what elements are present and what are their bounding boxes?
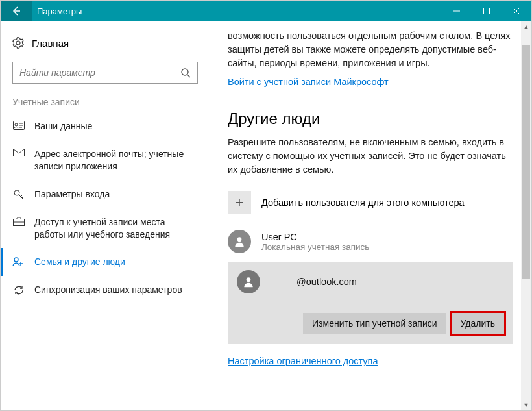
- user-type: Локальная учетная запись: [261, 242, 369, 252]
- user-name: User PC: [261, 232, 369, 242]
- user-name: @outlook.com: [296, 277, 357, 287]
- search-box[interactable]: [12, 62, 198, 84]
- svg-point-5: [14, 190, 19, 195]
- main-panel: возможность пользоваться отдельным рабоч…: [210, 21, 531, 410]
- sidebar-section-label: Учетные записи: [1, 84, 210, 112]
- close-button[interactable]: [502, 1, 531, 21]
- svg-point-1: [182, 69, 188, 75]
- briefcase-icon: [13, 217, 25, 226]
- scrollbar[interactable]: ▲ ▼: [521, 21, 531, 410]
- sidebar-item-signin-options[interactable]: Параметры входа: [1, 181, 210, 208]
- sidebar-item-your-info[interactable]: Ваши данные: [1, 112, 210, 140]
- svg-rect-0: [484, 8, 490, 14]
- back-button[interactable]: [1, 1, 32, 21]
- restricted-access-link[interactable]: Настройка ограниченного доступа: [228, 356, 378, 366]
- search-input[interactable]: [19, 68, 180, 78]
- maximize-icon: [483, 8, 490, 14]
- sidebar-item-email[interactable]: Адрес электронной почты; учетные записи …: [1, 140, 210, 181]
- delete-button[interactable]: Удалить: [452, 313, 504, 334]
- sidebar-item-work-access[interactable]: Доступ к учетной записи места работы или…: [1, 208, 210, 249]
- sidebar-item-sync[interactable]: Синхронизация ваших параметров: [1, 276, 210, 304]
- svg-point-8: [237, 237, 242, 242]
- svg-point-9: [247, 277, 251, 282]
- sidebar-item-family[interactable]: Семья и другие люди: [1, 248, 210, 276]
- key-icon: [13, 189, 25, 201]
- scroll-down-icon[interactable]: ▼: [521, 400, 531, 410]
- user-row[interactable]: @outlook.com: [237, 270, 504, 313]
- section-desc: Разрешите пользователям, не включенным в…: [228, 136, 513, 177]
- sidebar-item-label: Параметры входа: [34, 188, 110, 201]
- people-icon: [12, 256, 25, 267]
- close-icon: [513, 8, 520, 14]
- selected-user-block: @outlook.com Изменить тип учетной записи…: [228, 262, 513, 344]
- minimize-icon: [453, 8, 460, 14]
- gear-icon: [12, 37, 24, 49]
- avatar-icon: [228, 230, 251, 253]
- avatar-icon: [237, 270, 260, 293]
- window-title: Параметры: [32, 6, 442, 16]
- svg-point-7: [14, 258, 18, 262]
- mail-icon: [13, 149, 25, 156]
- plus-icon: +: [228, 191, 251, 214]
- home-nav[interactable]: Главная: [1, 33, 210, 58]
- add-user-label: Добавить пользователя для этого компьюте…: [261, 197, 465, 208]
- scroll-thumb[interactable]: [522, 45, 530, 279]
- home-label: Главная: [32, 38, 69, 49]
- sidebar-item-label: Семья и другие люди: [34, 256, 125, 268]
- maximize-button[interactable]: [472, 1, 502, 21]
- svg-point-3: [15, 123, 18, 126]
- sidebar: Главная Учетные записи Ваши данные Адрес…: [1, 21, 210, 410]
- search-icon: [180, 68, 191, 78]
- signin-link[interactable]: Войти с учетной записи Майкрософт: [228, 77, 389, 87]
- sync-icon: [13, 284, 25, 296]
- user-row[interactable]: User PC Локальная учетная запись: [228, 227, 513, 262]
- sidebar-item-label: Адрес электронной почты; учетные записи …: [34, 148, 198, 173]
- scroll-track[interactable]: [521, 32, 531, 400]
- arrow-left-icon: [11, 6, 21, 16]
- change-account-type-button[interactable]: Изменить тип учетной записи: [303, 313, 446, 334]
- sidebar-item-label: Ваши данные: [34, 120, 92, 132]
- intro-text: возможность пользоваться отдельным рабоч…: [228, 29, 513, 70]
- sidebar-item-label: Доступ к учетной записи места работы или…: [34, 216, 198, 241]
- id-card-icon: [13, 121, 25, 130]
- sidebar-item-label: Синхронизация ваших параметров: [34, 284, 182, 296]
- section-title: Другие люди: [228, 110, 513, 128]
- minimize-button[interactable]: [442, 1, 472, 21]
- add-user-row[interactable]: + Добавить пользователя для этого компью…: [228, 191, 513, 214]
- scroll-up-icon[interactable]: ▲: [521, 21, 531, 32]
